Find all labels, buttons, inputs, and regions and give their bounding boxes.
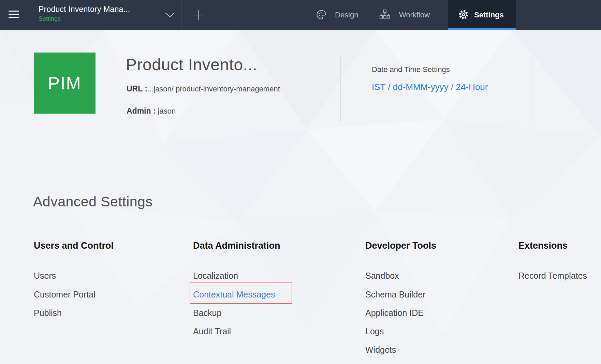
link-customer-portal[interactable]: Customer Portal [34, 290, 96, 299]
link-backup[interactable]: Backup [193, 308, 221, 318]
app-url-row: URL :...jason/ product-inventory-managem… [127, 84, 280, 93]
workflow-icon [379, 9, 391, 20]
settings-page: Product Inventory Mana... Settings Desig… [0, 0, 601, 364]
link-application-ide[interactable]: Application IDE [365, 308, 424, 318]
datetime-settings-title: Date and Time Settings [372, 65, 450, 74]
app-switcher[interactable]: Product Inventory Mana... Settings [39, 5, 130, 22]
gear-icon [458, 9, 469, 20]
link-logs[interactable]: Logs [365, 327, 384, 336]
nav-item-workflow[interactable]: Workflow [399, 11, 430, 19]
datetime-settings-link[interactable]: IST / dd-MMM-yyyy / 24-Hour [372, 82, 488, 92]
hero-divider [531, 55, 531, 122]
nav-tab-settings-label: Settings [474, 11, 504, 19]
column-header-extensions: Extensions [518, 241, 568, 251]
current-app-title: Product Inventory Mana... [39, 5, 130, 14]
admin-value: jason [158, 107, 176, 115]
current-section-label: Settings [39, 15, 130, 22]
column-header-developer-tools: Developer Tools [365, 241, 436, 251]
hamburger-menu-button[interactable] [9, 11, 19, 18]
nav-divider [181, 0, 182, 30]
link-users[interactable]: Users [34, 271, 56, 280]
link-widgets[interactable]: Widgets [365, 345, 396, 354]
url-label: URL : [127, 84, 147, 93]
advanced-settings-heading: Advanced Settings [33, 194, 152, 210]
app-admin-row: Admin : jason [127, 106, 176, 116]
admin-label: Admin : [127, 106, 156, 115]
link-publish[interactable]: Publish [34, 308, 62, 318]
link-contextual-messages[interactable]: Contextual Messages [193, 290, 275, 299]
app-logo-text: PIM [48, 73, 81, 93]
palette-icon [316, 9, 327, 20]
app-name-heading: Product Invento... [126, 55, 257, 74]
top-navbar: Product Inventory Mana... Settings Desig… [0, 0, 601, 30]
link-record-templates[interactable]: Record Templates [518, 271, 587, 280]
link-sandbox[interactable]: Sandbox [365, 271, 399, 280]
hero-divider [340, 55, 341, 122]
nav-divider [214, 0, 214, 30]
link-localization[interactable]: Localization [193, 271, 238, 280]
add-app-button[interactable] [192, 9, 204, 21]
nav-tab-settings[interactable]: Settings [448, 0, 516, 30]
url-value: ...jason/ product-inventory-management [147, 85, 280, 93]
chevron-down-icon[interactable] [164, 12, 175, 18]
link-audit-trail[interactable]: Audit Trail [193, 327, 231, 336]
column-header-users-and-control: Users and Control [34, 241, 114, 251]
link-schema-builder[interactable]: Schema Builder [365, 290, 425, 299]
nav-item-design[interactable]: Design [335, 11, 358, 19]
column-header-data-administration: Data Administration [193, 241, 280, 251]
app-logo: PIM [34, 53, 96, 114]
